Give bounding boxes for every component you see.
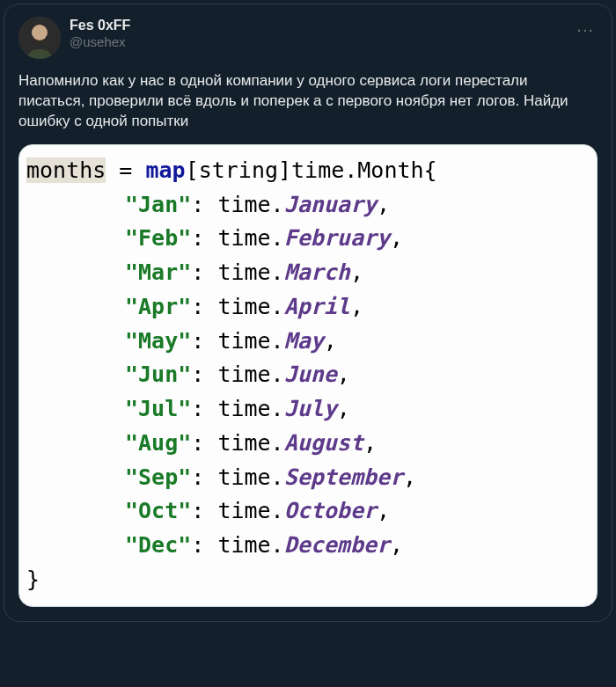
- code-key: "Aug": [125, 430, 191, 456]
- code-prop: September: [284, 464, 403, 490]
- code-comma: ,: [390, 532, 403, 558]
- code-key: "Apr": [125, 294, 191, 319]
- code-open: {: [424, 157, 437, 183]
- code-sep: :: [191, 498, 217, 523]
- code-comma: ,: [377, 192, 390, 217]
- code-prop: May: [284, 328, 324, 354]
- code-key: "Oct": [125, 498, 191, 523]
- code-assign: =: [106, 157, 145, 183]
- code-prop: February: [284, 225, 390, 251]
- code-comma: ,: [350, 294, 363, 319]
- code-comma: ,: [390, 225, 403, 251]
- code-image[interactable]: months = map[string]time.Month{ "Jan": t…: [18, 144, 598, 607]
- code-sep: :: [191, 328, 217, 354]
- code-obj: time.: [217, 192, 283, 217]
- user-handle: @usehex: [70, 34, 130, 51]
- code-sep: :: [191, 294, 217, 319]
- tweet-header: Fes 0xFF @usehex ···: [18, 17, 598, 59]
- code-close: }: [26, 566, 40, 592]
- code-comma: ,: [337, 396, 350, 421]
- code-val-type: time.Month: [291, 157, 424, 183]
- code-obj: time.: [217, 498, 283, 523]
- code-key-type: [string]: [186, 157, 291, 183]
- code-obj: time.: [217, 294, 283, 319]
- code-block: months = map[string]time.Month{ "Jan": t…: [26, 154, 590, 597]
- avatar[interactable]: [18, 17, 61, 59]
- code-obj: time.: [217, 430, 283, 456]
- code-sep: :: [191, 192, 217, 217]
- code-key: "Feb": [125, 225, 191, 251]
- code-key: "Jan": [125, 192, 191, 217]
- code-var: months: [26, 157, 106, 183]
- code-obj: time.: [217, 396, 283, 421]
- code-obj: time.: [217, 225, 283, 251]
- code-obj: time.: [217, 532, 283, 558]
- code-comma: ,: [363, 430, 377, 456]
- code-sep: :: [191, 259, 217, 285]
- code-prop: April: [284, 294, 350, 319]
- code-prop: June: [284, 362, 337, 387]
- code-key: "May": [125, 328, 191, 354]
- code-obj: time.: [217, 464, 283, 490]
- display-name: Fes 0xFF: [70, 17, 130, 34]
- code-prop: July: [284, 396, 337, 421]
- more-button[interactable]: ···: [573, 17, 598, 41]
- tweet-card: Fes 0xFF @usehex ··· Напомнило как у нас…: [4, 4, 612, 622]
- code-comma: ,: [337, 362, 350, 387]
- code-obj: time.: [217, 259, 283, 285]
- code-key: "Sep": [125, 464, 191, 490]
- tweet-text: Напомнило как у нас в одной компании у о…: [18, 71, 598, 132]
- code-sep: :: [191, 464, 217, 490]
- code-sep: :: [191, 430, 217, 456]
- code-comma: ,: [324, 328, 337, 354]
- code-obj: time.: [217, 362, 283, 387]
- code-sep: :: [191, 362, 217, 387]
- code-map-kw: map: [145, 157, 185, 183]
- user-block[interactable]: Fes 0xFF @usehex: [70, 17, 130, 51]
- code-obj: time.: [217, 328, 283, 354]
- svg-point-1: [32, 25, 48, 40]
- code-prop: January: [284, 192, 377, 217]
- code-comma: ,: [350, 259, 363, 285]
- code-sep: :: [191, 396, 217, 421]
- code-prop: December: [284, 532, 390, 558]
- code-prop: August: [284, 430, 363, 456]
- code-comma: ,: [403, 464, 416, 490]
- code-prop: March: [284, 259, 350, 285]
- code-comma: ,: [377, 498, 390, 523]
- code-key: "Jul": [125, 396, 191, 421]
- code-key: "Dec": [125, 532, 191, 558]
- code-key: "Jun": [125, 362, 191, 387]
- code-key: "Mar": [125, 259, 191, 285]
- code-sep: :: [191, 225, 217, 251]
- code-prop: October: [284, 498, 377, 523]
- code-sep: :: [191, 532, 217, 558]
